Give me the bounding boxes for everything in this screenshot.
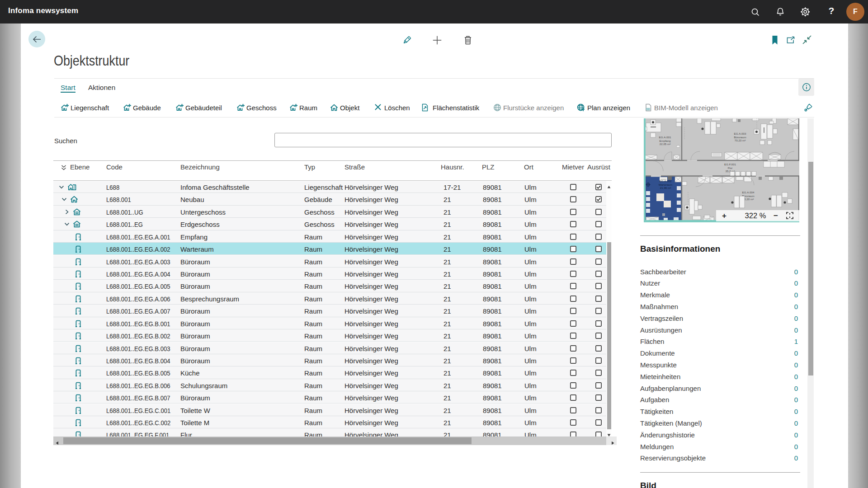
svg-text:Warteraum: Warteraum	[659, 183, 672, 186]
svg-text:−: −	[774, 211, 778, 220]
svg-text:21,96 m²: 21,96 m²	[660, 186, 671, 189]
svg-text:EG.A.002: EG.A.002	[660, 179, 672, 183]
svg-text:EG.F.001: EG.F.001	[724, 163, 736, 166]
svg-text:+: +	[722, 211, 726, 220]
svg-text:22,05 m²: 22,05 m²	[660, 142, 670, 145]
svg-text:Empfang: Empfang	[660, 139, 671, 142]
svg-text:Büroraum: Büroraum	[734, 136, 746, 139]
svg-text:70,23 m²: 70,23 m²	[735, 139, 745, 142]
svg-text:EG.A.003: EG.A.003	[734, 132, 746, 135]
svg-text:322 %: 322 %	[745, 211, 766, 220]
svg-text:Flur: Flur	[728, 166, 733, 169]
svg-text:EG.A.001: EG.A.001	[659, 136, 671, 139]
svg-text:EG.A.004: EG.A.004	[742, 191, 755, 194]
